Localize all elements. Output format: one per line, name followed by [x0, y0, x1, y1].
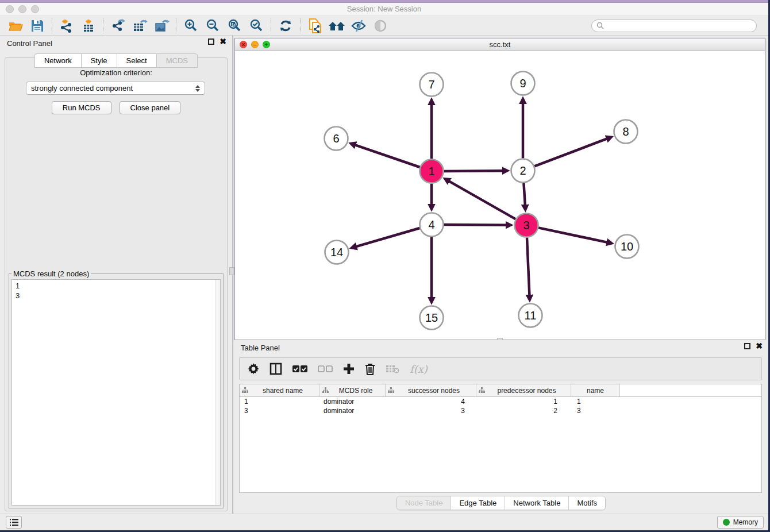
graph-node-2[interactable]: 2: [511, 159, 535, 183]
edge-2-3[interactable]: [523, 183, 525, 206]
refresh-layout-button[interactable]: [275, 17, 297, 34]
column-header-shared-name[interactable]: shared name: [240, 384, 320, 396]
column-header-successor-nodes[interactable]: successor nodes: [386, 384, 476, 396]
memory-button[interactable]: Memory: [717, 516, 764, 529]
table-cell[interactable]: 1: [571, 398, 620, 406]
network-zoom-button[interactable]: +: [263, 41, 270, 48]
optimization-criterion-select[interactable]: strongly connected component: [26, 82, 205, 95]
graph-node-3[interactable]: 3: [515, 214, 538, 237]
zoom-selected-button[interactable]: [245, 17, 267, 34]
table-cell[interactable]: 1: [476, 398, 571, 406]
import-table-button[interactable]: [78, 17, 99, 34]
table-cell[interactable]: 2: [476, 407, 571, 415]
network-minimize-button[interactable]: –: [251, 41, 259, 48]
mcds-tab-content: Optimization criterion: strongly connect…: [5, 57, 228, 511]
splitter-handle[interactable]: [229, 267, 234, 275]
edge-1-2[interactable]: [444, 171, 504, 171]
save-session-button[interactable]: [26, 17, 48, 34]
tab-network[interactable]: Network: [34, 53, 81, 68]
result-scrollbar[interactable]: [215, 280, 220, 505]
search-field[interactable]: [591, 20, 757, 32]
table-cell[interactable]: dominator: [320, 398, 386, 406]
network-window-traffic-lights[interactable]: ✕ – +: [240, 41, 270, 48]
deselect-all-checkboxes-icon[interactable]: [318, 365, 333, 373]
export-image-button[interactable]: [151, 17, 172, 34]
table-row[interactable]: 1dominator411: [240, 397, 761, 406]
float-table-panel-icon[interactable]: [744, 343, 750, 349]
delete-column-icon[interactable]: [365, 363, 375, 375]
close-table-panel-icon[interactable]: ✖: [756, 343, 763, 349]
column-header-name[interactable]: name: [571, 384, 620, 396]
tab-network-table[interactable]: Network Table: [505, 496, 569, 510]
tab-node-table[interactable]: Node Table: [397, 496, 452, 510]
task-history-button[interactable]: [6, 516, 22, 529]
table-cell[interactable]: 3: [386, 407, 476, 415]
edge-1-6[interactable]: [355, 145, 420, 167]
gear-icon[interactable]: [248, 363, 259, 375]
network-close-button[interactable]: ✕: [240, 41, 247, 48]
graph-node-11[interactable]: 11: [519, 304, 542, 327]
zoom-window-button[interactable]: [31, 5, 39, 13]
graph-node-6[interactable]: 6: [325, 127, 348, 151]
graph-node-4[interactable]: 4: [420, 213, 444, 237]
network-graph[interactable]: 7968124314101511: [235, 51, 765, 340]
application-window: Session: New Session: [0, 0, 768, 530]
graph-node-10[interactable]: 10: [615, 235, 639, 259]
tab-edge-table[interactable]: Edge Table: [451, 496, 505, 510]
add-column-icon[interactable]: [343, 363, 355, 375]
graph-node-14[interactable]: 14: [325, 241, 349, 264]
run-mcds-button[interactable]: Run MCDS: [52, 101, 111, 114]
graph-node-8[interactable]: 8: [614, 120, 638, 144]
network-window-titlebar[interactable]: ✕ – + scc.txt: [235, 38, 765, 51]
zoom-out-button[interactable]: [202, 17, 224, 34]
table-cell[interactable]: 3: [571, 407, 620, 415]
tab-motifs[interactable]: Motifs: [569, 496, 605, 510]
network-canvas[interactable]: 7968124314101511: [235, 51, 765, 340]
export-network-button[interactable]: [107, 17, 129, 34]
hide-selected-button[interactable]: [348, 17, 369, 34]
table-cell[interactable]: 4: [386, 398, 476, 406]
select-all-checkboxes-icon[interactable]: [292, 365, 307, 373]
table-header-row: shared nameMCDS rolesuccessor nodesprede…: [240, 384, 761, 397]
open-session-button[interactable]: [5, 17, 26, 34]
edge-2-8[interactable]: [534, 138, 608, 167]
tab-select[interactable]: Select: [117, 53, 156, 68]
zoom-in-button[interactable]: [180, 17, 202, 34]
table-cell[interactable]: 1: [240, 398, 320, 406]
graph-node-1[interactable]: 1: [420, 160, 444, 183]
edge-3-1[interactable]: [448, 181, 515, 219]
graph-node-15[interactable]: 15: [420, 306, 444, 330]
close-window-button[interactable]: [6, 5, 14, 13]
minimize-window-button[interactable]: [18, 5, 26, 13]
float-panel-icon[interactable]: [208, 38, 214, 45]
zoom-fit-button[interactable]: [224, 17, 245, 34]
mcds-result-text[interactable]: 1 3: [11, 279, 221, 506]
column-header-predecessor-nodes[interactable]: predecessor nodes: [476, 384, 571, 396]
close-panel-button[interactable]: Close panel: [120, 101, 181, 114]
edge-3-10[interactable]: [538, 228, 608, 242]
table-cell[interactable]: dominator: [320, 407, 386, 415]
edge-3-11[interactable]: [527, 238, 530, 296]
tab-style[interactable]: Style: [81, 53, 117, 68]
tab-mcds[interactable]: MCDS: [156, 53, 198, 68]
graph-node-7[interactable]: 7: [420, 73, 444, 97]
column-header-MCDS-role[interactable]: MCDS role: [320, 384, 386, 396]
search-input[interactable]: [607, 21, 752, 30]
close-panel-icon[interactable]: ✖: [220, 38, 226, 45]
show-all-button[interactable]: [369, 17, 391, 34]
split-columns-icon[interactable]: [270, 363, 282, 375]
delete-table-icon[interactable]: [386, 364, 399, 373]
table-row[interactable]: 3dominator323: [240, 406, 761, 415]
edge-4-14[interactable]: [355, 228, 419, 247]
first-neighbors-button[interactable]: [326, 17, 348, 34]
export-table-button[interactable]: [129, 17, 151, 34]
table-cell[interactable]: 3: [240, 407, 320, 415]
graph-node-9[interactable]: 9: [511, 72, 535, 95]
import-network-button[interactable]: [56, 17, 78, 34]
mcds-result-title: MCDS result (2 nodes): [11, 269, 91, 278]
function-builder-icon[interactable]: f(x): [410, 363, 428, 375]
edge-4-3[interactable]: [444, 225, 507, 225]
clone-network-button[interactable]: [304, 17, 326, 34]
show-all-icon: [373, 18, 388, 33]
window-traffic-lights[interactable]: [6, 5, 39, 13]
